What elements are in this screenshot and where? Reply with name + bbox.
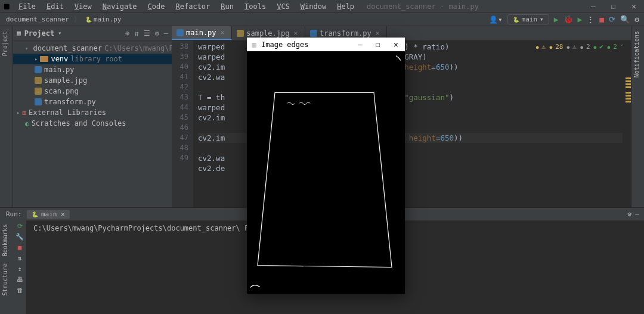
- menu-view[interactable]: View: [69, 0, 97, 13]
- svg-marker-0: [258, 93, 392, 268]
- line-number-gutter: 383940414243444546474849: [172, 41, 193, 207]
- run-config-selector[interactable]: main ▾: [507, 14, 549, 24]
- print-icon[interactable]: 🖶: [17, 276, 23, 284]
- title-bar: File Edit View Navigate Code Refactor Ru…: [0, 0, 644, 13]
- image-window[interactable]: ▦ Image edges — ☐ ✕: [247, 38, 405, 294]
- collapse-all-icon[interactable]: ☰: [144, 29, 150, 38]
- run-label: Run:: [6, 210, 22, 218]
- maximize-button[interactable]: ☐: [603, 0, 624, 13]
- project-tool-icon: ▦: [17, 29, 21, 37]
- tree-file-scan[interactable]: scan.png: [13, 86, 172, 97]
- update-button[interactable]: ⟳: [609, 15, 615, 24]
- tree-root[interactable]: ▾ document_scanner C:\Users\mwang\Pychar…: [13, 43, 172, 54]
- sidetab-structure[interactable]: Structure: [0, 260, 10, 299]
- menu-run[interactable]: Run: [215, 0, 239, 13]
- settings-icon[interactable]: ⚙: [634, 15, 639, 24]
- debug-button[interactable]: 🐞: [564, 15, 573, 24]
- minimize-icon[interactable]: —: [351, 40, 369, 49]
- coverage-button[interactable]: ▶: [578, 15, 583, 24]
- project-view-dropdown[interactable]: ▾: [58, 30, 61, 36]
- main-menu: File Edit View Navigate Code Refactor Ru…: [13, 0, 360, 13]
- tab-main[interactable]: main.py✕: [172, 26, 232, 40]
- gear-icon[interactable]: ⚙ —: [627, 210, 639, 218]
- image-window-titlebar[interactable]: ▦ Image edges — ☐ ✕: [247, 38, 405, 51]
- ide-logo: [0, 0, 13, 13]
- soft-wrap-icon[interactable]: ⇅: [18, 254, 22, 262]
- menu-refactor[interactable]: Refactor: [171, 0, 216, 13]
- menu-navigate[interactable]: Navigate: [97, 0, 143, 13]
- close-button[interactable]: ✕: [624, 0, 644, 13]
- run-action-bar: ⟳ 🔧 ■ ⇅ ↕ 🖶 🗑: [13, 220, 26, 314]
- right-tool-strip: Notifications: [631, 26, 644, 207]
- tree-venv[interactable]: ▸ venv library root: [13, 54, 172, 64]
- inspection-widget[interactable]: ⚠ 28 ⚠ 2 ✔ 2 ^: [536, 43, 625, 51]
- expand-all-icon[interactable]: ⇵: [134, 29, 138, 38]
- project-header-title: Project: [24, 29, 55, 38]
- tree-file-transform[interactable]: transform.py: [13, 97, 172, 107]
- typos-counter[interactable]: ⚠ 2: [566, 43, 590, 51]
- ok-counter[interactable]: ✔ 2 ^: [594, 43, 625, 51]
- options-icon[interactable]: ⚙: [155, 29, 159, 38]
- crumb-root[interactable]: document_scanner: [4, 15, 72, 23]
- crumb-file[interactable]: main.py: [83, 15, 123, 23]
- sidetab-notifications[interactable]: Notifications: [631, 26, 642, 82]
- run-button[interactable]: ▶: [554, 15, 559, 24]
- navigation-bar: document_scanner 〉 main.py 👤▾ main ▾ ▶ 🐞…: [0, 13, 644, 26]
- menu-code[interactable]: Code: [143, 0, 171, 13]
- crumb-sep-icon: 〉: [74, 15, 80, 24]
- tree-file-main[interactable]: main.py: [13, 64, 172, 75]
- close-icon[interactable]: ✕: [376, 29, 380, 37]
- app-icon: ▦: [247, 41, 261, 49]
- select-opened-icon[interactable]: ⊕: [125, 29, 129, 38]
- hide-panel-icon[interactable]: —: [164, 29, 168, 38]
- warnings-counter[interactable]: ⚠ 28: [536, 43, 564, 51]
- window-title-project: document_scanner - main.py: [367, 2, 479, 11]
- image-canvas: [247, 51, 405, 294]
- close-icon[interactable]: ✕: [221, 29, 225, 36]
- close-icon[interactable]: ✕: [293, 29, 298, 37]
- rerun-icon[interactable]: ⟳: [17, 222, 23, 230]
- tree-file-sample[interactable]: sample.jpg: [13, 75, 172, 86]
- project-tool-window: ▦ Project ▾ ⊕ ⇵ ☰ ⚙ — ▾ document_scanner…: [13, 26, 172, 207]
- image-window-title: Image edges: [261, 41, 351, 49]
- menu-vcs[interactable]: VCS: [271, 0, 295, 13]
- sidetab-project[interactable]: Project: [0, 26, 10, 61]
- modify-options-icon[interactable]: 🔧: [16, 233, 24, 241]
- trash-icon[interactable]: 🗑: [17, 287, 23, 294]
- left-tool-strip: Project: [0, 26, 13, 207]
- menu-edit[interactable]: Edit: [41, 0, 69, 13]
- menu-file[interactable]: File: [13, 0, 41, 13]
- minimize-button[interactable]: —: [583, 0, 603, 13]
- project-tree: ▾ document_scanner C:\Users\mwang\Pychar…: [13, 41, 172, 131]
- sidetab-bookmarks[interactable]: Bookmarks: [0, 220, 10, 260]
- menu-tools[interactable]: Tools: [239, 0, 271, 13]
- user-icon[interactable]: 👤▾: [489, 15, 502, 24]
- more-run-button[interactable]: ⋮: [587, 15, 595, 24]
- stop-button[interactable]: ■: [599, 15, 604, 24]
- menu-help[interactable]: Help: [332, 0, 360, 13]
- search-icon[interactable]: 🔍: [620, 15, 630, 24]
- stop-run-icon[interactable]: ■: [18, 244, 22, 251]
- menu-window[interactable]: Window: [295, 0, 332, 13]
- maximize-icon[interactable]: ☐: [369, 40, 387, 49]
- run-config-tab[interactable]: main ✕: [27, 210, 70, 219]
- close-icon[interactable]: ✕: [387, 40, 405, 49]
- tree-scratches[interactable]: ◐Scratches and Consoles: [13, 118, 172, 129]
- tree-external-libs[interactable]: ▸⊞External Libraries: [13, 107, 172, 118]
- left-tool-strip-lower: Bookmarks Structure: [0, 220, 13, 314]
- scroll-end-icon[interactable]: ↕: [18, 265, 22, 273]
